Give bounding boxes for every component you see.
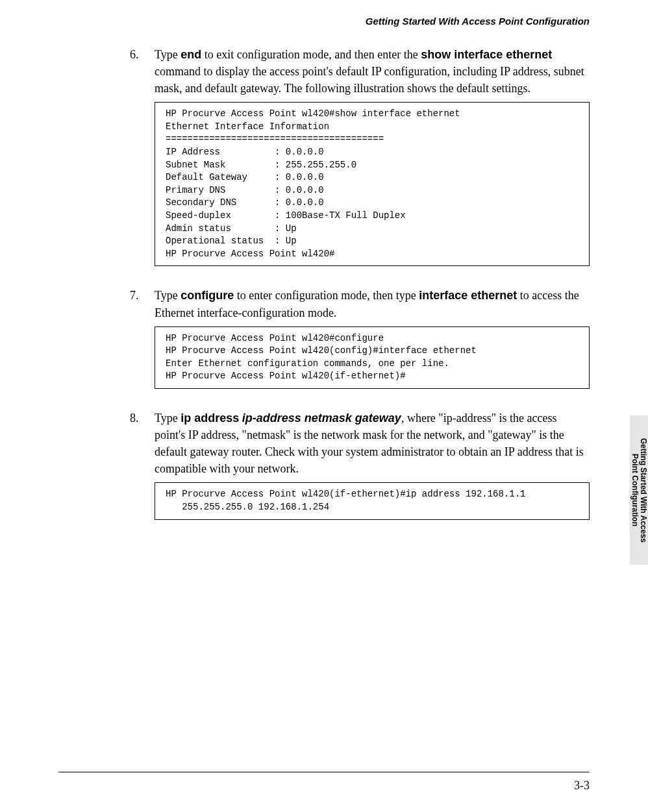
step-number: 8. [130,410,155,533]
step-body: Type ip address ip-address netmask gatew… [155,410,590,533]
text-fragment: to exit configuration mode, and then ent… [201,48,421,61]
command-end: end [181,48,201,61]
command-configure: configure [181,289,234,302]
code-block-6: HP Procurve Access Point wl420#show inte… [155,102,590,266]
side-tab-text: Getting Started With Access Point Config… [630,438,647,543]
step-number: 6. [130,46,155,279]
page-header: Getting Started With Access Point Config… [0,0,648,27]
main-content: 6. Type end to exit configuration mode, … [0,27,648,533]
header-title: Getting Started With Access Point Config… [366,16,590,27]
step-6: 6. Type end to exit configuration mode, … [130,46,590,279]
text-fragment: Type [155,48,181,61]
command-show-interface: show interface ethernet [421,48,552,61]
side-tab: Getting Started With Access Point Config… [630,415,648,565]
code-block-7: HP Procurve Access Point wl420#configure… [155,326,590,389]
text-fragment: Type [155,412,181,424]
command-ip-address: ip address [181,412,239,424]
step-text: Type configure to enter configuration mo… [155,287,590,321]
side-tab-line1: Getting Started With Access [639,438,648,543]
command-args: ip-address netmask gateway [242,412,401,424]
step-8: 8. Type ip address ip-address netmask ga… [130,410,590,533]
text-fragment: Type [155,289,181,302]
page-number: 3-3 [574,779,590,792]
step-7: 7. Type configure to enter configuration… [130,287,590,402]
text-fragment: command to display the access point's de… [155,65,584,95]
step-text: Type ip address ip-address netmask gatew… [155,410,590,477]
step-number: 7. [130,287,155,402]
page-footer: 3-3 [58,772,590,793]
side-tab-line2: Point Configuration [630,454,640,526]
step-text: Type end to exit configuration mode, and… [155,46,590,97]
command-interface-ethernet: interface ethernet [419,289,517,302]
code-block-8: HP Procurve Access Point wl420(if-ethern… [155,482,590,519]
step-body: Type end to exit configuration mode, and… [155,46,590,279]
text-fragment: to enter configuration mode, then type [234,289,419,302]
step-body: Type configure to enter configuration mo… [155,287,590,402]
